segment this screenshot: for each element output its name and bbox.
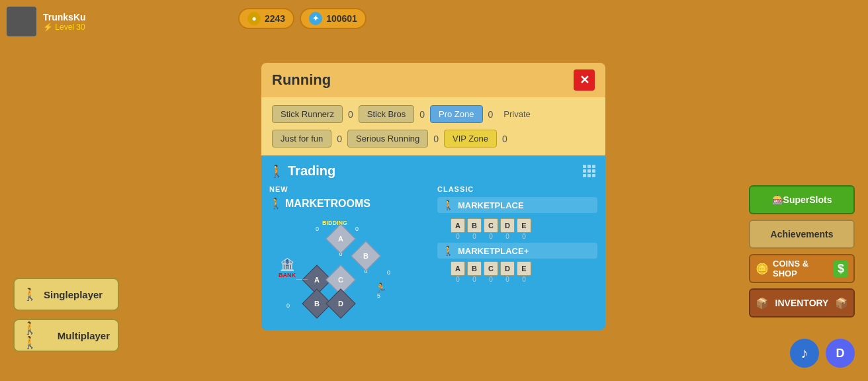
superslots-button[interactable]: 🎰 SuperSlots [749,185,855,214]
room-btn-just-for-fun[interactable]: Just for fun [272,130,331,148]
stick-runnerz-count: 0 [348,109,353,120]
count-right: 0 [387,269,390,276]
diamond-b-low[interactable]: B [306,293,327,314]
slot-d2[interactable]: D 0 [500,261,515,283]
coin-icon: ● [247,12,261,25]
room-btn-serious-running[interactable]: Serious Running [347,130,428,148]
trading-header: 🚶 Trading [269,163,597,179]
music-icon: ♪ [801,345,808,362]
running-modal: Running ✕ Stick Runnerz 0 Stick Bros 0 P… [261,63,605,330]
marketplace-icon: 🚶 [443,200,454,210]
singleplayer-button[interactable]: 🚶 Singleplayer [13,278,119,311]
singleplayer-icon: 🚶 [22,287,37,302]
running-title-bar: Running ✕ [261,63,605,97]
coins-shop-button[interactable]: 🪙 COINS & SHOP $ [749,254,855,283]
room-row-1: Stick Runnerz 0 Stick Bros 0 Pro Zone 0 … [272,105,531,123]
mp1-slot-row: A 0 B 0 C 0 D 0 [451,218,597,240]
serious-running-count: 0 [433,134,439,144]
room-btn-vip-zone[interactable]: VIP Zone [444,130,497,148]
superslots-icon: 🎰 [772,194,783,205]
coins-shop-content: 🪙 COINS & SHOP [756,259,830,278]
classic-label: CLASSIC [437,185,597,193]
right-sidebar: 🎰 SuperSlots Achievements 🪙 COINS & SHOP… [749,185,855,318]
bank-area: 🏦 BANK [279,257,296,278]
diamond-d[interactable]: D [330,293,351,314]
discord-button[interactable]: D [826,339,855,368]
room-btn-pro-zone[interactable]: Pro Zone [430,105,482,123]
figure-count: 5 [377,292,380,299]
count-bl: 0 [286,302,290,309]
gem-icon: ✦ [309,12,322,25]
trading-panel: 🚶 Trading NEW 🚶 MARKETROOM [261,155,605,330]
slot-a1[interactable]: A 0 [451,218,465,240]
inventory-button[interactable]: 📦 INVENTORY 📦 [749,288,855,318]
coin-shop-icon: 🪙 [756,263,769,275]
slot-e1[interactable]: E 0 [517,218,531,240]
trading-title: 🚶 Trading [269,163,335,179]
running-figure: 🏃 [375,282,386,293]
discord-icon: D [836,347,845,360]
marketplace-plus-row: 🚶 MARKETPLACE+ [437,243,597,259]
slot-b2[interactable]: B 0 [467,261,482,283]
coins-pill: ● 2243 [238,8,294,29]
marketplace-plus-label: MARKETPLACE+ [458,246,592,256]
username: TrunksKu [43,12,86,22]
diamond-c[interactable]: C [330,269,351,290]
new-section: NEW 🚶 MARKETROOMS 🏦 BANK BIDDING [269,185,429,322]
room-row-2: Just for fun 0 Serious Running 0 VIP Zon… [272,130,510,148]
mp2-slot-row: A 0 B 0 C 0 D 0 [451,261,597,283]
currency-bar: ● 2243 ✦ 100601 [238,8,367,29]
multiplayer-icon: 🚶🚶 [22,321,51,350]
room-btn-stick-bros[interactable]: Stick Bros [359,105,415,123]
marketplace-plus-icon: 🚶 [443,245,454,256]
diamond-b[interactable]: B 0 [355,245,376,275]
coins-value: 2243 [265,13,285,24]
diamond-a-mid[interactable]: A [306,269,327,290]
classic-section: CLASSIC 🚶 MARKETPLACE A 0 B 0 [437,185,597,322]
bidding-label: BIDDING [322,220,347,226]
new-label: NEW [269,185,429,193]
left-sidebar: 🚶 Singleplayer 🚶🚶 Multiplayer [13,278,119,352]
gems-value: 100601 [326,13,357,24]
user-level: ⚡ Level 30 [43,22,86,32]
private-label: Private [503,109,530,119]
inventory-icon-right: 📦 [835,297,848,310]
avatar [7,7,36,36]
marketplace-row: 🚶 MARKETPLACE [437,197,597,213]
market-diamond-area: 🏦 BANK BIDDING A 0 0 0 [269,216,415,322]
trading-grid-icon [583,165,597,177]
vip-zone-count: 0 [502,134,507,144]
slot-c2[interactable]: C 0 [484,261,498,283]
count-top: 0 [355,226,359,232]
user-info: TrunksKu ⚡ Level 30 [43,12,86,32]
marketplace-label: MARKETPLACE [458,200,592,210]
running-title: Running [272,71,331,89]
slot-c1[interactable]: C 0 [484,218,498,240]
music-button[interactable]: ♪ [790,339,819,368]
room-selector: Stick Runnerz 0 Stick Bros 0 Pro Zone 0 … [261,97,605,155]
dollar-sign: $ [834,261,848,277]
bottom-icons: ♪ D [790,339,855,368]
slot-b1[interactable]: B 0 [467,218,482,240]
bank-icon: 🏦 [280,257,294,272]
trading-content: NEW 🚶 MARKETROOMS 🏦 BANK BIDDING [269,185,597,322]
count-top2: 0 [316,226,319,232]
just-for-fun-count: 0 [337,134,342,144]
connector: —— [296,276,308,282]
stick-bros-count: 0 [419,109,425,120]
marketrooms-title: 🚶 MARKETROOMS [269,197,429,210]
room-btn-stick-runnerz[interactable]: Stick Runnerz [272,105,343,123]
bank-label: BANK [279,272,296,278]
slot-d1[interactable]: D 0 [500,218,515,240]
close-button[interactable]: ✕ [574,69,595,91]
multiplayer-button[interactable]: 🚶🚶 Multiplayer [13,319,119,352]
diamond-a-top[interactable]: A 0 [330,228,351,257]
slot-a2[interactable]: A 0 [451,261,465,283]
pro-zone-count: 0 [488,109,494,120]
header: TrunksKu ⚡ Level 30 [7,7,86,36]
gems-pill: ✦ 100601 [300,8,367,29]
inventory-icon-left: 📦 [756,297,769,310]
slot-e2[interactable]: E 0 [517,261,531,283]
achievements-button[interactable]: Achievements [749,220,855,249]
